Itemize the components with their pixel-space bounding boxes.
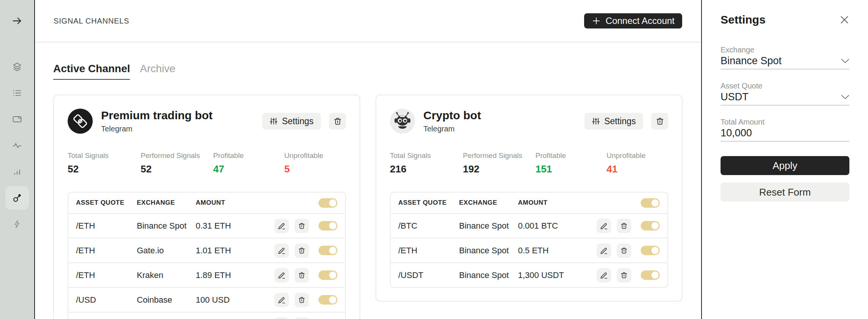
lightning-icon — [12, 219, 22, 229]
edit-row-button[interactable] — [597, 219, 611, 233]
sidebar-item-activity[interactable] — [5, 134, 29, 157]
delete-row-button[interactable] — [617, 219, 631, 233]
bot-title-block: Crypto bot Telegram — [423, 109, 481, 133]
row-toggle[interactable] — [641, 221, 660, 231]
edit-row-button[interactable] — [274, 243, 289, 258]
settings-panel: Settings Exchange Binance Spot Asset Quo… — [701, 0, 868, 319]
main-header: SIGNAL CHANNELS Connect Account — [35, 0, 701, 43]
table-row: /USD Coinbase 100 USD — [68, 287, 345, 312]
tabs: Active Channel Archive — [53, 63, 683, 80]
exchange-select[interactable]: Binance Spot — [721, 55, 849, 69]
col-amount: AMOUNT — [196, 199, 318, 207]
settings-panel-title: Settings — [721, 13, 765, 26]
col-asset-quote: ASSET QUOTE — [398, 199, 459, 207]
delete-row-button[interactable] — [295, 243, 309, 258]
channel-settings-label: Settings — [282, 116, 314, 126]
chevron-down-icon — [841, 95, 849, 99]
table-row: /USDT Binance Spot 1,300 USDT — [391, 262, 667, 287]
sidebar-item-list[interactable] — [5, 81, 29, 105]
sidebar-item-wallet[interactable] — [5, 107, 29, 131]
pencil-icon — [278, 246, 286, 254]
table-row: /ETH Kraken 1.89 ETH — [68, 262, 345, 287]
app-window: SIGNAL CHANNELS Connect Account Active C… — [0, 0, 868, 319]
bot-title-block: Premium trading bot Telegram — [101, 109, 212, 133]
layers-icon — [12, 62, 22, 72]
sidebar-item-api-keys[interactable] — [5, 186, 29, 210]
row-toggle[interactable] — [318, 221, 337, 231]
reset-form-button[interactable]: Reset Form — [721, 183, 849, 202]
exchange-value: Binance Spot — [721, 55, 782, 66]
delete-row-button[interactable] — [617, 268, 631, 283]
exchange-label: Exchange — [721, 46, 849, 54]
activity-icon — [12, 140, 22, 151]
stat-total-signals: Total Signals 52 — [68, 152, 141, 175]
bot-name: Premium trading bot — [101, 109, 212, 122]
edit-row-button[interactable] — [274, 293, 289, 307]
row-toggle[interactable] — [318, 270, 337, 280]
trash-icon — [656, 117, 664, 126]
delete-row-button[interactable] — [617, 243, 631, 258]
row-toggle[interactable] — [318, 246, 337, 255]
stat-unprofitable: Unprofitable 41 — [607, 152, 645, 175]
col-exchange: EXCHANGE — [137, 199, 196, 207]
tab-active-channel[interactable]: Active Channel — [53, 63, 130, 80]
edit-row-button[interactable] — [274, 268, 289, 283]
asset-quote-value: USDT — [721, 91, 749, 103]
sidebar-item-automation[interactable] — [5, 212, 29, 236]
connect-account-label: Connect Account — [606, 16, 675, 26]
row-toggle[interactable] — [641, 246, 660, 255]
channel-settings-label: Settings — [604, 116, 636, 126]
signals-table: ASSET QUOTE EXCHANGE AMOUNT /ETH Binance… — [68, 192, 346, 319]
table-header-row: ASSET QUOTE EXCHANGE AMOUNT — [391, 193, 667, 213]
col-exchange: EXCHANGE — [459, 199, 518, 207]
delete-row-button[interactable] — [295, 317, 309, 319]
total-amount-label: Total Amount — [721, 118, 849, 126]
table-row: /ETH Binance Spot 0.31 ETH — [68, 213, 345, 238]
asset-quote-field: Asset Quote USDT — [721, 82, 849, 106]
trash-icon — [298, 296, 306, 304]
table-row: /USDT Binance Spot 10,000 USDT — [68, 312, 345, 319]
apply-button[interactable]: Apply — [721, 156, 849, 175]
delete-row-button[interactable] — [295, 293, 309, 307]
asset-quote-select[interactable]: USDT — [721, 91, 849, 106]
channel-settings-button[interactable]: Settings — [262, 113, 321, 129]
trash-icon — [298, 247, 306, 254]
delete-row-button[interactable] — [295, 268, 309, 283]
trash-icon — [298, 272, 306, 279]
sidebar-expand-button[interactable] — [5, 9, 29, 33]
stat-total-signals: Total Signals 216 — [390, 152, 463, 175]
edit-row-button[interactable] — [597, 243, 611, 258]
wallet-card-icon — [12, 114, 22, 125]
stat-profitable: Profitable 151 — [535, 152, 607, 175]
pencil-icon — [278, 222, 286, 230]
page-title: SIGNAL CHANNELS — [54, 17, 129, 25]
list-icon — [12, 88, 22, 98]
sidebar — [0, 0, 35, 319]
trash-icon — [620, 272, 628, 279]
close-icon — [839, 15, 849, 25]
sidebar-item-stats[interactable] — [5, 160, 29, 183]
master-toggle[interactable] — [641, 198, 660, 208]
channel-settings-button[interactable]: Settings — [584, 113, 643, 129]
bot-platform: Telegram — [423, 125, 481, 133]
delete-channel-button[interactable] — [651, 113, 668, 129]
edit-row-button[interactable] — [274, 317, 289, 319]
edit-row-button[interactable] — [597, 268, 611, 283]
connect-account-button[interactable]: Connect Account — [584, 13, 682, 28]
total-amount-input[interactable] — [721, 127, 849, 139]
premium-bot-avatar — [68, 109, 93, 134]
sidebar-item-layers[interactable] — [5, 55, 29, 79]
crypto-bot-avatar — [390, 109, 415, 134]
row-toggle[interactable] — [641, 270, 660, 280]
row-toggle[interactable] — [318, 295, 337, 305]
pencil-icon — [600, 271, 608, 279]
close-panel-button[interactable] — [839, 15, 849, 25]
arrow-right-icon — [11, 15, 23, 27]
channel-stats: Total Signals 52 Performed Signals 52 Pr… — [68, 152, 346, 175]
delete-channel-button[interactable] — [329, 113, 346, 129]
edit-row-button[interactable] — [274, 219, 289, 233]
tune-icon — [269, 117, 278, 125]
tab-archive[interactable]: Archive — [140, 63, 175, 80]
delete-row-button[interactable] — [295, 219, 309, 233]
master-toggle[interactable] — [318, 198, 337, 208]
